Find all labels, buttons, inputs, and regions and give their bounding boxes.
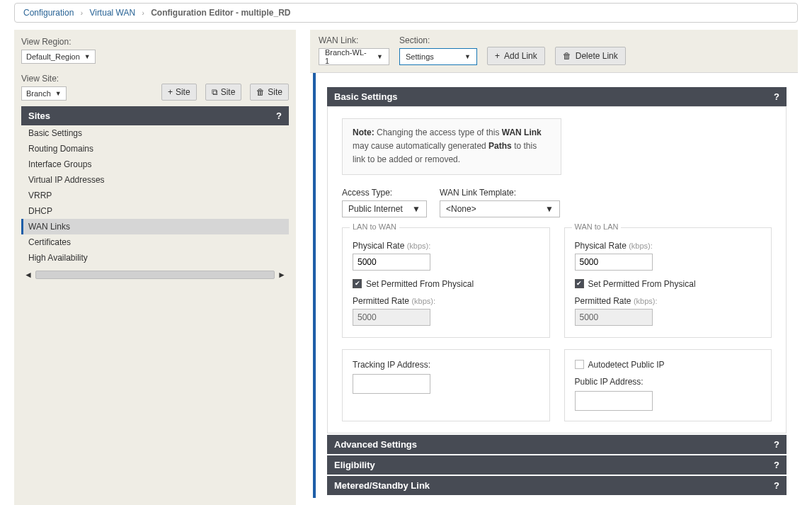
- chevron-right-icon: ›: [142, 9, 144, 17]
- metered-title: Metered/Standby Link: [334, 480, 430, 491]
- note-label: Note:: [353, 127, 374, 137]
- sites-header: Sites ?: [21, 106, 289, 125]
- sidebar-item-dhcp[interactable]: DHCP: [21, 203, 289, 219]
- advanced-title: Advanced Settings: [334, 439, 417, 450]
- template-value: <None>: [446, 204, 476, 214]
- permitted-rate-label-r: Permitted Rate (kbps):: [575, 296, 762, 306]
- sidebar-item-high-availability[interactable]: High Availability: [21, 250, 289, 266]
- delete-site-button[interactable]: 🗑 Site: [250, 84, 289, 101]
- set-permitted-checkbox-r[interactable]: ✔: [575, 279, 584, 288]
- right-toolbar: WAN Link: Branch-WL-1 ▼ Section: Setting…: [310, 30, 798, 73]
- lan-to-wan-group: LAN to WAN Physical Rate (kbps): ✔ Set P…: [342, 227, 550, 338]
- basic-settings-header[interactable]: Basic Settings ?: [327, 87, 787, 106]
- wan-to-lan-group: WAN to LAN Physical Rate (kbps): ✔ Set P…: [564, 227, 772, 338]
- tracking-ip-input[interactable]: [353, 374, 430, 394]
- sidebar-item-basic-settings[interactable]: Basic Settings: [21, 125, 289, 141]
- sites-tree: Basic Settings Routing Domains Interface…: [21, 125, 289, 266]
- note-b1: WAN Link: [502, 127, 542, 137]
- physical-rate-label-r: Physical Rate (kbps):: [575, 241, 762, 251]
- breadcrumb-current: Configuration Editor - multiple_RD: [151, 8, 290, 18]
- note-t2: may cause automatically generated: [353, 141, 488, 151]
- help-icon[interactable]: ?: [774, 439, 779, 450]
- physical-rate-label-l: Physical Rate (kbps):: [353, 241, 539, 251]
- help-icon[interactable]: ?: [276, 110, 282, 121]
- help-icon[interactable]: ?: [774, 480, 779, 491]
- view-site-select[interactable]: Branch ▼: [21, 86, 67, 101]
- physical-rate-input-r[interactable]: [575, 254, 653, 271]
- permitted-rate-input-l: [353, 309, 430, 326]
- scrollbar-track[interactable]: [35, 271, 275, 279]
- chevron-down-icon: ▼: [412, 204, 421, 214]
- plus-icon: +: [495, 51, 500, 61]
- note-box: Note: Changing the access type of this W…: [342, 118, 561, 175]
- view-site-value: Branch: [26, 89, 51, 98]
- breadcrumb: Configuration › Virtual WAN › Configurat…: [14, 3, 798, 23]
- plus-icon: +: [168, 88, 173, 96]
- chevron-down-icon: ▼: [377, 53, 383, 60]
- sidebar-item-vrrp[interactable]: VRRP: [21, 188, 289, 203]
- lan-to-wan-legend: LAN to WAN: [350, 222, 399, 231]
- horizontal-scrollbar[interactable]: ◄ ►: [21, 270, 289, 280]
- delete-link-button[interactable]: 🗑 Delete Link: [555, 47, 626, 65]
- view-region-select[interactable]: Default_Region ▼: [21, 50, 96, 64]
- section-select[interactable]: Settings ▼: [399, 48, 477, 65]
- chevron-right-icon[interactable]: ►: [275, 270, 289, 280]
- wan-link-value: Branch-WL-1: [325, 48, 370, 65]
- action-row: Apply Revert: [310, 498, 798, 505]
- basic-settings-title: Basic Settings: [334, 91, 398, 102]
- delete-link-label: Delete Link: [576, 51, 618, 61]
- breadcrumb-virtual-wan[interactable]: Virtual WAN: [89, 8, 135, 18]
- basic-settings-body: Note: Changing the access type of this W…: [327, 106, 787, 433]
- view-site-label: View Site:: [21, 74, 67, 84]
- clone-site-label: Site: [221, 87, 236, 97]
- chevron-left-icon[interactable]: ◄: [21, 270, 35, 280]
- access-type-select[interactable]: Public Internet ▼: [342, 200, 427, 217]
- sidebar-item-routing-domains[interactable]: Routing Domains: [21, 141, 289, 157]
- trash-icon: 🗑: [563, 51, 571, 61]
- sidebar-item-interface-groups[interactable]: Interface Groups: [21, 157, 289, 172]
- template-label: WAN Link Template:: [440, 188, 560, 198]
- access-type-label: Access Type:: [342, 188, 427, 198]
- sidebar-item-virtual-ip[interactable]: Virtual IP Addresses: [21, 172, 289, 188]
- wan-link-select[interactable]: Branch-WL-1 ▼: [319, 48, 389, 65]
- wan-link-label: WAN Link:: [319, 35, 389, 45]
- autodetect-checkbox[interactable]: ✔: [575, 360, 584, 369]
- wan-to-lan-legend: WAN to LAN: [572, 222, 622, 231]
- help-icon[interactable]: ?: [774, 91, 779, 102]
- help-icon[interactable]: ?: [774, 460, 779, 470]
- add-link-button[interactable]: + Add Link: [487, 47, 545, 65]
- sidebar-item-wan-links[interactable]: WAN Links: [21, 219, 289, 234]
- public-ip-input[interactable]: [575, 391, 653, 411]
- right-content: WAN Link: Branch-WL-1 ▼ Section: Setting…: [310, 30, 798, 505]
- note-b2: Paths: [488, 141, 512, 151]
- chevron-down-icon: ▼: [84, 53, 91, 60]
- eligibility-header[interactable]: Eligibility ?: [327, 455, 787, 475]
- chevron-right-icon: ›: [81, 9, 83, 17]
- add-site-button[interactable]: + Site: [161, 84, 197, 101]
- permitted-rate-label-l: Permitted Rate (kbps):: [353, 296, 539, 306]
- eligibility-title: Eligibility: [334, 460, 375, 470]
- trash-icon: 🗑: [256, 88, 265, 96]
- metered-header[interactable]: Metered/Standby Link ?: [327, 476, 787, 495]
- view-region-label: View Region:: [21, 37, 289, 47]
- delete-site-label: Site: [268, 87, 282, 97]
- sites-header-label: Sites: [28, 110, 50, 121]
- set-permitted-label-r: Set Permitted From Physical: [588, 279, 696, 289]
- template-select[interactable]: <None> ▼: [440, 200, 560, 217]
- permitted-rate-input-r: [575, 309, 653, 326]
- clone-site-button[interactable]: ⧉ Site: [205, 84, 242, 101]
- breadcrumb-configuration[interactable]: Configuration: [23, 8, 74, 18]
- chevron-down-icon: ▼: [464, 53, 471, 60]
- set-permitted-checkbox-l[interactable]: ✔: [353, 279, 362, 288]
- physical-rate-input-l[interactable]: [353, 254, 430, 271]
- tracking-ip-label: Tracking IP Address:: [353, 360, 539, 370]
- access-type-value: Public Internet: [348, 204, 403, 214]
- section-label: Section:: [399, 35, 477, 45]
- left-sidebar: View Region: Default_Region ▼ View Site:…: [14, 30, 296, 505]
- chevron-down-icon: ▼: [545, 204, 554, 214]
- sidebar-item-certificates[interactable]: Certificates: [21, 234, 289, 250]
- section-value: Settings: [406, 52, 434, 61]
- tracking-ip-group: Tracking IP Address:: [342, 349, 550, 421]
- note-t1: Changing the access type of this: [374, 127, 502, 137]
- advanced-settings-header[interactable]: Advanced Settings ?: [327, 435, 787, 454]
